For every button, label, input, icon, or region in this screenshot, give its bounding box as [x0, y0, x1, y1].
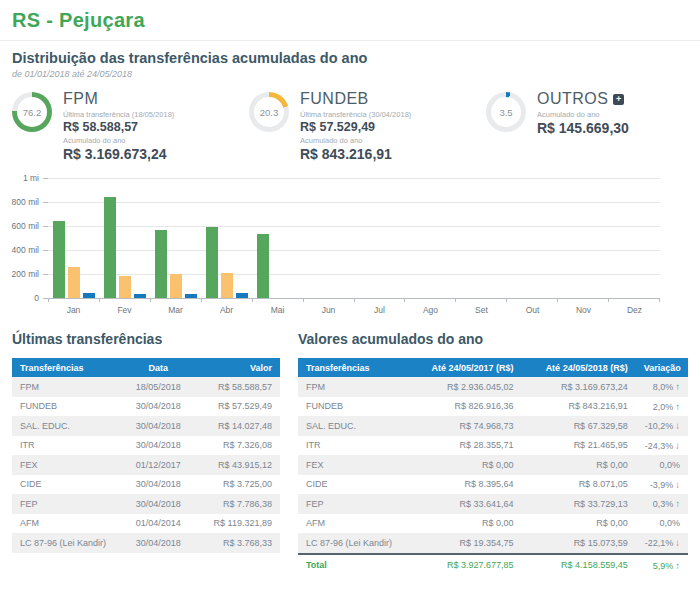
table-row: FPM18/05/2018R$ 58.588,57 — [12, 377, 280, 397]
month-label: Jan — [48, 302, 99, 315]
month-label: Nov — [558, 302, 609, 315]
date-cell: 30/04/2018 — [118, 538, 199, 548]
variation-cell: -3,9%↓ — [636, 479, 688, 490]
table-row: FUNDEB30/04/2018R$ 57.529,49 — [12, 397, 280, 417]
transfer-name-cell: AFM — [12, 518, 118, 528]
total-2018-cell: R$ 4.158.559,45 — [522, 560, 636, 570]
bar-group-out — [507, 178, 558, 298]
value-2017-cell: R$ 28.355,71 — [407, 440, 521, 450]
bar-outros-abr — [236, 293, 248, 298]
bar-group-abr — [201, 178, 252, 298]
fpm-donut-value: 76.2 — [12, 92, 52, 132]
transfer-name-cell: CIDE — [298, 479, 407, 489]
page-title: RS - Pejuçara — [12, 9, 688, 32]
bar-group-jan — [48, 178, 99, 298]
date-cell: 30/04/2018 — [118, 499, 199, 509]
bar-fpm-jan — [53, 221, 65, 298]
transfer-name-cell: FEX — [298, 460, 407, 470]
outros-expand-button[interactable]: + — [613, 94, 624, 105]
table-row: CIDE30/04/2018R$ 3.725,00 — [12, 475, 280, 495]
value-cell: R$ 14.027,48 — [199, 421, 280, 431]
transfer-name-cell: FEX — [12, 460, 118, 470]
total-label-cell: Total — [298, 560, 407, 570]
value-cell: R$ 7.326,08 — [199, 440, 280, 450]
date-cell: 30/04/2018 — [118, 440, 199, 450]
value-2018-cell: R$ 0,00 — [522, 460, 636, 470]
bars-row — [48, 178, 660, 298]
variation-value: 0,0% — [659, 460, 680, 470]
y-axis-label: 800 mil — [12, 197, 39, 207]
transfer-name-cell: FPM — [298, 382, 407, 392]
card-fpm: 76.2 FPM Última transferência (18/05/201… — [12, 90, 249, 162]
value-2018-cell: R$ 21.465,95 — [522, 440, 636, 450]
table-row: LC 87-96 (Lei Kandir)30/04/2018R$ 3.768,… — [12, 533, 280, 553]
variation-value: 0,0% — [659, 518, 680, 528]
table-row: FUNDEBR$ 826.916,36R$ 843.216,912,0%↑ — [298, 397, 688, 417]
value-cell: R$ 43.915,12 — [199, 460, 280, 470]
bar-outros-fev — [134, 294, 146, 298]
date-cell: 18/05/2018 — [118, 382, 199, 392]
down-arrow-icon: ↓ — [675, 440, 680, 451]
value-2017-cell: R$ 19.354,75 — [407, 538, 521, 548]
fpm-card-title: FPM — [63, 90, 174, 108]
total-2017-cell: R$ 3.927.677,85 — [407, 560, 521, 570]
up-arrow-icon: ↑ — [675, 560, 680, 571]
header-cell: Transferências — [298, 363, 407, 373]
value-cell: R$ 57.529,49 — [199, 401, 280, 411]
month-label: Mar — [150, 302, 201, 315]
variation-cell: 2,0%↑ — [636, 401, 688, 412]
table-row: FEX01/12/2017R$ 43.915,12 — [12, 455, 280, 475]
table-row: AFM01/04/2014R$ 119.321,89 — [12, 514, 280, 534]
date-cell: 30/04/2018 — [118, 421, 199, 431]
date-cell: 01/04/2014 — [118, 518, 199, 528]
plus-icon: + — [616, 94, 622, 104]
fpm-donut-chart: 76.2 — [12, 92, 52, 132]
fundeb-last-transfer-value: R$ 57.529,49 — [300, 120, 411, 134]
variation-cell: -10,2%↓ — [636, 420, 688, 431]
variation-value: 2,0% — [653, 402, 674, 412]
value-2017-cell: R$ 33.641,64 — [407, 499, 521, 509]
value-cell: R$ 7.786,38 — [199, 499, 280, 509]
value-cell: R$ 58.588,57 — [199, 382, 280, 392]
value-2018-cell: R$ 8.071,05 — [522, 479, 636, 489]
value-2018-cell: R$ 0,00 — [522, 518, 636, 528]
value-2018-cell: R$ 33.729,13 — [522, 499, 636, 509]
value-cell: R$ 119.321,89 — [199, 518, 280, 528]
bar-fundeb-abr — [221, 273, 233, 298]
gridline — [48, 298, 660, 299]
value-cell: R$ 3.725,00 — [199, 479, 280, 489]
value-2018-cell: R$ 3.169.673,24 — [522, 382, 636, 392]
variation-value: -10,2% — [645, 421, 674, 431]
table-header-row: TransferênciasAté 24/05/2017 (R$)Até 24/… — [298, 358, 688, 377]
table-row: FEP30/04/2018R$ 7.786,38 — [12, 494, 280, 514]
card-outros: 3.5 OUTROS + Acumulado do ano R$ 145.669… — [486, 90, 629, 162]
bar-group-nov — [558, 178, 609, 298]
value-2017-cell: R$ 826.916,36 — [407, 401, 521, 411]
up-arrow-icon: ↑ — [675, 498, 680, 509]
bar-fpm-fev — [104, 197, 116, 298]
transfer-name-cell: SAL. EDUC. — [298, 421, 407, 431]
table-row: FEPR$ 33.641,64R$ 33.729,130,3%↑ — [298, 494, 688, 514]
fundeb-accumulated-label: Acumulado do ano — [300, 136, 411, 145]
fundeb-donut-chart: 20.3 — [249, 92, 289, 132]
table-row: LC 87-96 (Lei Kandir)R$ 19.354,75R$ 15.0… — [298, 533, 688, 553]
last-transfers-panel: Últimas transferências TransferênciasDat… — [12, 331, 280, 576]
bar-group-mai — [252, 178, 303, 298]
variation-cell: -24,3%↓ — [636, 440, 688, 451]
bar-fpm-abr — [206, 227, 218, 298]
bar-group-ago — [405, 178, 456, 298]
outros-donut-value: 3.5 — [486, 92, 526, 132]
month-label: Dez — [609, 302, 660, 315]
variation-cell: 0,0% — [636, 518, 688, 528]
outros-donut-chart: 3.5 — [486, 92, 526, 132]
transfer-name-cell: FEP — [12, 499, 118, 509]
variation-cell: 5,9%↑ — [636, 560, 688, 571]
bar-group-mar — [150, 178, 201, 298]
value-2018-cell: R$ 843.216,91 — [522, 401, 636, 411]
header-cell: Data — [118, 363, 199, 373]
y-axis-label: 400 mil — [12, 245, 39, 255]
up-arrow-icon: ↑ — [675, 401, 680, 412]
header-cell: Até 24/05/2017 (R$) — [407, 363, 521, 373]
down-arrow-icon: ↓ — [675, 479, 680, 490]
bar-fundeb-fev — [119, 276, 131, 298]
